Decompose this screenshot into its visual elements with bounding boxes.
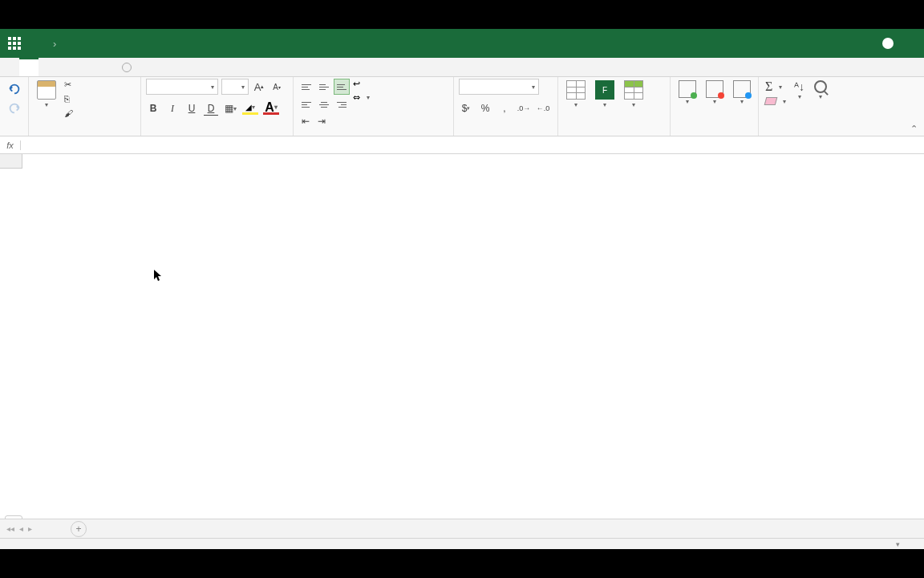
collapse-ribbon-button[interactable]: ⌃ bbox=[910, 124, 918, 134]
bold-button[interactable]: B bbox=[146, 101, 160, 116]
align-center-button[interactable] bbox=[316, 96, 332, 112]
format-painter-button[interactable]: 🖌 bbox=[63, 108, 80, 120]
border-button[interactable]: ▦▾ bbox=[223, 101, 237, 116]
copy-icon: ⎘ bbox=[64, 94, 75, 105]
number-format-combo[interactable]: ▾ bbox=[459, 79, 539, 95]
wrap-icon: ↩ bbox=[353, 79, 360, 89]
merge-center-button[interactable]: ⇔▾ bbox=[353, 92, 370, 103]
sort-filter-button[interactable]: ᴬ↓▾ bbox=[791, 79, 808, 102]
decrease-decimal-button[interactable]: ←.0 bbox=[536, 101, 550, 116]
redo-button[interactable] bbox=[7, 101, 22, 116]
breadcrumb-separator: › bbox=[53, 38, 56, 50]
magnifier-icon bbox=[814, 80, 827, 93]
format-as-table-button[interactable]: ▾ bbox=[621, 79, 646, 110]
title-bar: › bbox=[0, 29, 924, 58]
tab-view[interactable] bbox=[96, 58, 116, 76]
increase-decimal-button[interactable]: .0→ bbox=[517, 101, 531, 116]
clear-button[interactable]: ▾ bbox=[764, 96, 788, 106]
forms-icon: F bbox=[595, 80, 614, 100]
sheet-nav-prev[interactable]: ◂ bbox=[19, 524, 23, 533]
share-button[interactable] bbox=[882, 38, 898, 49]
increase-indent-button[interactable]: ⇥ bbox=[314, 114, 329, 128]
align-right-button[interactable] bbox=[334, 96, 350, 112]
undo-button[interactable] bbox=[7, 82, 22, 96]
tab-insert[interactable] bbox=[38, 58, 58, 76]
group-editing-label bbox=[764, 135, 874, 136]
cond-format-icon bbox=[566, 80, 586, 100]
sheet-tab-bar: ◂◂ ◂ ▸ + bbox=[0, 519, 924, 538]
find-select-button[interactable]: ▾ bbox=[811, 79, 830, 102]
percent-button[interactable]: % bbox=[478, 101, 492, 116]
share-icon bbox=[882, 38, 894, 49]
double-underline-button[interactable]: D bbox=[204, 101, 218, 116]
sheet-nav-first[interactable]: ◂◂ bbox=[6, 524, 14, 533]
group-cells-label bbox=[675, 135, 753, 136]
delete-cells-button[interactable]: ▾ bbox=[703, 79, 727, 107]
comma-button[interactable]: , bbox=[497, 101, 512, 116]
tab-data[interactable] bbox=[58, 58, 77, 76]
brush-icon: 🖌 bbox=[64, 108, 75, 120]
align-left-button[interactable] bbox=[298, 96, 314, 112]
tab-review[interactable] bbox=[77, 58, 96, 76]
status-bar: ▾ bbox=[0, 538, 924, 549]
eraser-icon bbox=[764, 97, 778, 105]
bulb-icon bbox=[122, 63, 132, 72]
group-clipboard-label bbox=[34, 135, 136, 136]
insert-cells-button[interactable]: ▾ bbox=[675, 79, 699, 107]
align-top-button[interactable] bbox=[298, 79, 314, 95]
group-alignment-label bbox=[298, 135, 448, 136]
paste-icon bbox=[37, 80, 56, 100]
wrap-text-button[interactable]: ↩ bbox=[353, 79, 370, 89]
currency-button[interactable]: $▾ bbox=[459, 101, 473, 116]
cut-button[interactable]: ✂ bbox=[63, 79, 80, 92]
align-bottom-button[interactable] bbox=[334, 79, 350, 95]
font-color-button[interactable]: A▾ bbox=[263, 102, 279, 115]
tab-home[interactable] bbox=[19, 58, 38, 76]
app-launcher-icon[interactable] bbox=[0, 29, 29, 58]
autosum-button[interactable]: Σ▾ bbox=[764, 79, 788, 95]
status-indicator: ▾ bbox=[896, 540, 900, 548]
font-name-combo[interactable]: ▾ bbox=[146, 79, 218, 95]
spreadsheet-grid[interactable] bbox=[0, 154, 924, 515]
merge-icon: ⇔ bbox=[353, 92, 360, 103]
group-font-label bbox=[146, 135, 288, 136]
grow-font-button[interactable]: A▴ bbox=[252, 79, 266, 94]
italic-button[interactable]: I bbox=[165, 101, 180, 116]
copy-button[interactable]: ⎘ bbox=[63, 93, 80, 106]
formula-bar: fx bbox=[0, 136, 924, 154]
bucket-icon: ◢ bbox=[245, 103, 252, 112]
underline-button[interactable]: U bbox=[184, 101, 199, 116]
select-all-corner[interactable] bbox=[0, 154, 22, 169]
tell-me-search[interactable] bbox=[122, 58, 136, 76]
format-icon bbox=[733, 80, 751, 98]
group-number-label bbox=[459, 135, 553, 136]
fill-color-button[interactable]: ◢▾ bbox=[242, 102, 258, 115]
paste-button[interactable]: ▾ bbox=[34, 79, 59, 110]
font-size-combo[interactable]: ▾ bbox=[221, 79, 249, 95]
format-cells-button[interactable]: ▾ bbox=[730, 79, 754, 107]
shrink-font-button[interactable]: A▾ bbox=[270, 79, 284, 94]
sort-icon: ᴬ↓ bbox=[794, 80, 804, 93]
group-undo-label bbox=[5, 135, 23, 136]
tab-file[interactable] bbox=[0, 58, 19, 76]
cut-icon: ✂ bbox=[64, 79, 75, 91]
decrease-indent-button[interactable]: ⇤ bbox=[298, 114, 313, 128]
add-sheet-button[interactable]: + bbox=[71, 521, 87, 537]
forms-button[interactable]: F ▾ bbox=[592, 79, 618, 110]
insert-icon bbox=[679, 80, 696, 98]
ribbon-tabs bbox=[0, 58, 924, 77]
group-tables-label bbox=[563, 135, 665, 136]
conditional-formatting-button[interactable]: ▾ bbox=[563, 79, 589, 110]
ribbon: ▾ ✂ ⎘ 🖌 ▾ ▾ A▴ A▾ B bbox=[0, 77, 924, 136]
fx-icon[interactable]: fx bbox=[0, 140, 21, 150]
sheet-nav-next[interactable]: ▸ bbox=[28, 524, 32, 533]
delete-icon bbox=[706, 80, 723, 98]
table-icon bbox=[624, 80, 643, 100]
align-middle-button[interactable] bbox=[316, 79, 332, 95]
sigma-icon: Σ bbox=[765, 79, 772, 94]
